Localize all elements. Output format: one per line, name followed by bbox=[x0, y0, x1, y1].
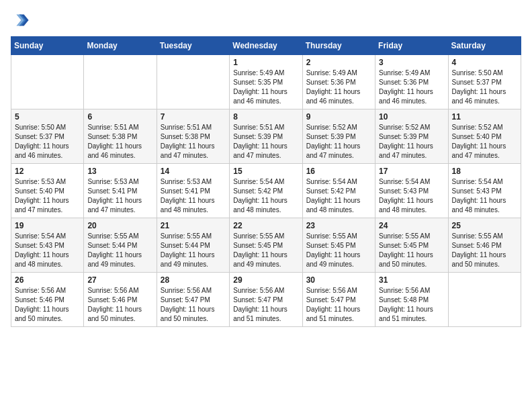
calendar-day-cell: 9Sunrise: 5:52 AM Sunset: 5:39 PM Daylig… bbox=[302, 109, 375, 164]
logo bbox=[11, 11, 32, 30]
day-number: 10 bbox=[379, 112, 444, 122]
day-number: 22 bbox=[233, 221, 298, 230]
calendar-day-cell: 6Sunrise: 5:51 AM Sunset: 5:38 PM Daylig… bbox=[84, 109, 157, 164]
calendar-day-cell: 22Sunrise: 5:55 AM Sunset: 5:45 PM Dayli… bbox=[230, 218, 302, 273]
day-number: 3 bbox=[379, 58, 444, 67]
day-info: Sunrise: 5:50 AM Sunset: 5:37 PM Dayligh… bbox=[15, 123, 80, 161]
day-info: Sunrise: 5:51 AM Sunset: 5:38 PM Dayligh… bbox=[87, 123, 152, 161]
day-info: Sunrise: 5:54 AM Sunset: 5:43 PM Dayligh… bbox=[379, 177, 444, 215]
day-info: Sunrise: 5:55 AM Sunset: 5:44 PM Dayligh… bbox=[161, 232, 226, 269]
calendar-week-row: 19Sunrise: 5:54 AM Sunset: 5:43 PM Dayli… bbox=[11, 218, 521, 273]
calendar-day-cell bbox=[157, 55, 229, 109]
day-info: Sunrise: 5:49 AM Sunset: 5:36 PM Dayligh… bbox=[306, 68, 371, 106]
day-number: 9 bbox=[306, 112, 371, 122]
day-info: Sunrise: 5:55 AM Sunset: 5:44 PM Dayligh… bbox=[87, 232, 152, 269]
day-of-week-header: Monday bbox=[84, 37, 157, 55]
day-number: 8 bbox=[233, 112, 298, 122]
calendar-day-cell bbox=[11, 55, 84, 109]
calendar-day-cell: 14Sunrise: 5:53 AM Sunset: 5:41 PM Dayli… bbox=[157, 164, 229, 218]
day-number: 31 bbox=[379, 275, 444, 285]
calendar-week-row: 26Sunrise: 5:56 AM Sunset: 5:46 PM Dayli… bbox=[11, 273, 521, 327]
day-info: Sunrise: 5:54 AM Sunset: 5:42 PM Dayligh… bbox=[306, 177, 371, 215]
day-of-week-header: Friday bbox=[375, 37, 448, 55]
day-number: 18 bbox=[452, 167, 517, 176]
calendar-day-cell: 18Sunrise: 5:54 AM Sunset: 5:43 PM Dayli… bbox=[448, 164, 521, 218]
day-number: 11 bbox=[452, 112, 517, 122]
day-info: Sunrise: 5:56 AM Sunset: 5:47 PM Dayligh… bbox=[161, 286, 226, 324]
day-number: 7 bbox=[161, 112, 226, 122]
calendar-day-cell: 23Sunrise: 5:55 AM Sunset: 5:45 PM Dayli… bbox=[302, 218, 375, 273]
calendar-day-cell: 15Sunrise: 5:54 AM Sunset: 5:42 PM Dayli… bbox=[230, 164, 302, 218]
day-of-week-header: Wednesday bbox=[230, 37, 302, 55]
logo-icon bbox=[11, 11, 30, 30]
day-info: Sunrise: 5:49 AM Sunset: 5:36 PM Dayligh… bbox=[379, 68, 444, 106]
day-number: 30 bbox=[306, 275, 371, 285]
calendar-day-cell: 30Sunrise: 5:56 AM Sunset: 5:47 PM Dayli… bbox=[302, 273, 375, 327]
day-number: 24 bbox=[379, 221, 444, 230]
calendar-week-row: 12Sunrise: 5:53 AM Sunset: 5:40 PM Dayli… bbox=[11, 164, 521, 218]
day-number: 28 bbox=[161, 275, 226, 285]
calendar-day-cell bbox=[448, 273, 521, 327]
day-number: 27 bbox=[87, 275, 152, 285]
calendar-day-cell: 5Sunrise: 5:50 AM Sunset: 5:37 PM Daylig… bbox=[11, 109, 84, 164]
calendar-day-cell: 25Sunrise: 5:55 AM Sunset: 5:46 PM Dayli… bbox=[448, 218, 521, 273]
day-number: 2 bbox=[306, 58, 371, 67]
day-of-week-header: Thursday bbox=[302, 37, 375, 55]
calendar-day-cell: 27Sunrise: 5:56 AM Sunset: 5:46 PM Dayli… bbox=[84, 273, 157, 327]
calendar-header: SundayMondayTuesdayWednesdayThursdayFrid… bbox=[11, 37, 521, 55]
day-number: 21 bbox=[161, 221, 226, 230]
calendar-day-cell: 12Sunrise: 5:53 AM Sunset: 5:40 PM Dayli… bbox=[11, 164, 84, 218]
calendar-day-cell: 2Sunrise: 5:49 AM Sunset: 5:36 PM Daylig… bbox=[302, 55, 375, 109]
day-info: Sunrise: 5:55 AM Sunset: 5:46 PM Dayligh… bbox=[452, 232, 517, 269]
calendar-header-row: SundayMondayTuesdayWednesdayThursdayFrid… bbox=[11, 37, 521, 55]
calendar-day-cell: 7Sunrise: 5:51 AM Sunset: 5:38 PM Daylig… bbox=[157, 109, 229, 164]
calendar-week-row: 5Sunrise: 5:50 AM Sunset: 5:37 PM Daylig… bbox=[11, 109, 521, 164]
calendar-day-cell: 10Sunrise: 5:52 AM Sunset: 5:39 PM Dayli… bbox=[375, 109, 448, 164]
calendar-day-cell: 17Sunrise: 5:54 AM Sunset: 5:43 PM Dayli… bbox=[375, 164, 448, 218]
day-info: Sunrise: 5:52 AM Sunset: 5:39 PM Dayligh… bbox=[379, 123, 444, 161]
calendar-day-cell: 4Sunrise: 5:50 AM Sunset: 5:37 PM Daylig… bbox=[448, 55, 521, 109]
day-info: Sunrise: 5:54 AM Sunset: 5:42 PM Dayligh… bbox=[233, 177, 298, 215]
day-info: Sunrise: 5:49 AM Sunset: 5:35 PM Dayligh… bbox=[233, 68, 298, 106]
day-info: Sunrise: 5:56 AM Sunset: 5:48 PM Dayligh… bbox=[379, 286, 444, 324]
day-info: Sunrise: 5:52 AM Sunset: 5:39 PM Dayligh… bbox=[306, 123, 371, 161]
calendar-day-cell: 26Sunrise: 5:56 AM Sunset: 5:46 PM Dayli… bbox=[11, 273, 84, 327]
day-info: Sunrise: 5:56 AM Sunset: 5:47 PM Dayligh… bbox=[233, 286, 298, 324]
calendar-day-cell: 3Sunrise: 5:49 AM Sunset: 5:36 PM Daylig… bbox=[375, 55, 448, 109]
calendar-day-cell: 13Sunrise: 5:53 AM Sunset: 5:41 PM Dayli… bbox=[84, 164, 157, 218]
day-number: 1 bbox=[233, 58, 298, 67]
day-number: 5 bbox=[15, 112, 80, 122]
day-info: Sunrise: 5:54 AM Sunset: 5:43 PM Dayligh… bbox=[15, 232, 80, 269]
day-info: Sunrise: 5:53 AM Sunset: 5:41 PM Dayligh… bbox=[87, 177, 152, 215]
day-info: Sunrise: 5:55 AM Sunset: 5:45 PM Dayligh… bbox=[379, 232, 444, 269]
day-number: 17 bbox=[379, 167, 444, 176]
calendar-day-cell: 11Sunrise: 5:52 AM Sunset: 5:40 PM Dayli… bbox=[448, 109, 521, 164]
day-number: 6 bbox=[87, 112, 152, 122]
day-number: 23 bbox=[306, 221, 371, 230]
day-of-week-header: Tuesday bbox=[157, 37, 229, 55]
day-number: 19 bbox=[15, 221, 80, 230]
day-number: 20 bbox=[87, 221, 152, 230]
calendar-body: 1Sunrise: 5:49 AM Sunset: 5:35 PM Daylig… bbox=[11, 55, 521, 327]
day-info: Sunrise: 5:53 AM Sunset: 5:40 PM Dayligh… bbox=[15, 177, 80, 215]
calendar-day-cell: 19Sunrise: 5:54 AM Sunset: 5:43 PM Dayli… bbox=[11, 218, 84, 273]
day-of-week-header: Sunday bbox=[11, 37, 84, 55]
day-info: Sunrise: 5:55 AM Sunset: 5:45 PM Dayligh… bbox=[233, 232, 298, 269]
day-info: Sunrise: 5:52 AM Sunset: 5:40 PM Dayligh… bbox=[452, 123, 517, 161]
day-info: Sunrise: 5:56 AM Sunset: 5:46 PM Dayligh… bbox=[87, 286, 152, 324]
header bbox=[11, 11, 521, 30]
day-number: 4 bbox=[452, 58, 517, 67]
day-info: Sunrise: 5:50 AM Sunset: 5:37 PM Dayligh… bbox=[452, 68, 517, 106]
day-number: 25 bbox=[452, 221, 517, 230]
day-number: 14 bbox=[161, 167, 226, 176]
day-of-week-header: Saturday bbox=[448, 37, 521, 55]
day-number: 13 bbox=[87, 167, 152, 176]
day-number: 26 bbox=[15, 275, 80, 285]
calendar-day-cell: 28Sunrise: 5:56 AM Sunset: 5:47 PM Dayli… bbox=[157, 273, 229, 327]
day-info: Sunrise: 5:51 AM Sunset: 5:38 PM Dayligh… bbox=[161, 123, 226, 161]
day-number: 12 bbox=[15, 167, 80, 176]
day-info: Sunrise: 5:54 AM Sunset: 5:43 PM Dayligh… bbox=[452, 177, 517, 215]
day-number: 15 bbox=[233, 167, 298, 176]
day-info: Sunrise: 5:55 AM Sunset: 5:45 PM Dayligh… bbox=[306, 232, 371, 269]
calendar-day-cell: 21Sunrise: 5:55 AM Sunset: 5:44 PM Dayli… bbox=[157, 218, 229, 273]
